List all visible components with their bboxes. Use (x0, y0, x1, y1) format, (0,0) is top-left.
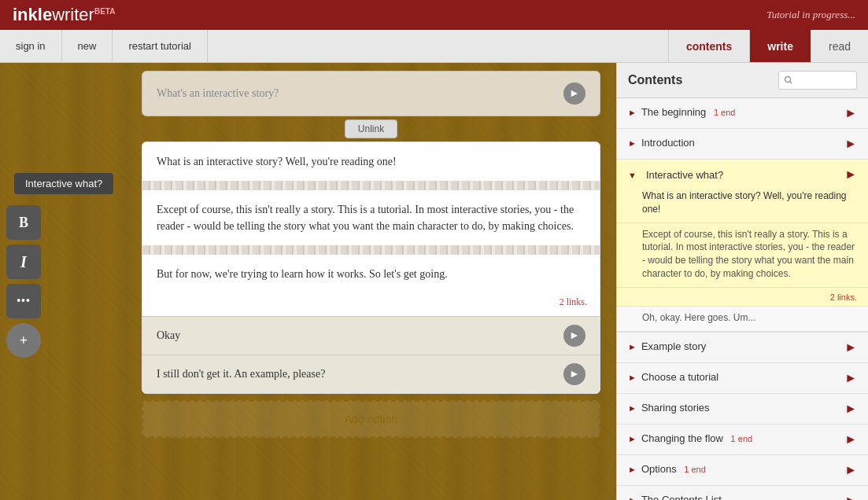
story-paragraph-1: What is an interactive story? Well, you'… (142, 142, 600, 181)
option-arrow-1[interactable]: ► (563, 325, 585, 347)
chevron-right-icon: ► (628, 108, 637, 117)
search-input[interactable] (778, 71, 857, 90)
nav-arrow-choose-tutorial: ► (844, 371, 857, 385)
write-nav-button[interactable]: write (749, 30, 811, 62)
end-badge-changing-flow: 1 end (731, 434, 753, 443)
chevron-right-icon-2: ► (628, 138, 637, 148)
sidebar-content: ► The beginning 1 end ► ► Introduction ►… (617, 98, 868, 500)
nav-arrow-introduction: ► (844, 137, 857, 151)
italic-button[interactable]: I (6, 244, 41, 279)
option-text-2: I still don't get it. An example, please… (157, 368, 325, 381)
end-badge-options: 1 end (684, 465, 706, 474)
story-divider-2 (142, 245, 600, 255)
nav-arrow-beginning: ► (844, 106, 857, 120)
more-options-button[interactable]: ••• (6, 284, 41, 318)
story-paragraph-3: But for now, we're trying to learn how i… (142, 255, 600, 293)
interactive-preview-highlighted: What is an interactive story? Well, you'… (617, 189, 868, 223)
preview-text-2: Except of course, this isn't really a st… (642, 228, 857, 281)
sidebar-item-changing-flow[interactable]: ► Changing the flow 1 end ► (617, 425, 868, 455)
nav-arrow-contents-list: ► (844, 494, 857, 500)
sidebar: Contents ► The beginning 1 end ► ► Intro… (616, 63, 868, 500)
formatting-toolbar: B I ••• + (6, 205, 41, 358)
nav-arrow-sharing: ► (844, 402, 857, 416)
navbar: sign in new restart tutorial contents wr… (0, 30, 868, 63)
read-nav-button[interactable]: read (811, 30, 868, 62)
sidebar-item-example-story[interactable]: ► Example story ► (617, 333, 868, 363)
beta-label: BETA (94, 7, 115, 16)
nav-arrow-interactive: ► (844, 167, 857, 182)
chevron-right-icon-4: ► (628, 373, 637, 382)
preview-text-1: What is an interactive story? Well, you'… (642, 189, 857, 216)
header: inklewriterBETA Tutorial in progress... (0, 0, 868, 30)
top-card-text: What's an interactive story? (157, 87, 279, 100)
sidebar-item-sharing-stories[interactable]: ► Sharing stories ► (617, 394, 868, 425)
top-story-card: What's an interactive story? ► (142, 71, 600, 116)
chevron-right-icon-3: ► (628, 342, 637, 351)
option-text-1: Okay (157, 329, 180, 342)
contents-nav-button[interactable]: contents (668, 30, 749, 62)
interactive-what-header[interactable]: ▼ Interactive what? ► (617, 160, 868, 189)
nav-arrow-changing-flow: ► (844, 432, 857, 447)
story-divider-1 (142, 181, 600, 190)
sidebar-header: Contents (617, 63, 868, 98)
unlink-area: Unlink (142, 119, 600, 138)
sidebar-item-options[interactable]: ► Options 1 end ► (617, 455, 868, 486)
item-title-sharing: Sharing stories (641, 402, 710, 414)
chevron-down-icon: ▼ (628, 171, 637, 180)
chevron-right-icon-7: ► (628, 465, 637, 474)
bold-button[interactable]: B (6, 205, 41, 240)
interactive-what-label: Interactive what? (14, 173, 113, 194)
chevron-right-icon-5: ► (628, 403, 637, 413)
nav-arrow-options: ► (844, 463, 857, 477)
editor-area: Interactive what? B I ••• + What's an in… (0, 63, 616, 500)
sidebar-title: Contents (628, 73, 682, 87)
item-title-choose-tutorial: Choose a tutorial (641, 371, 718, 383)
option-row-1[interactable]: Okay ► (142, 316, 600, 355)
sidebar-item-interactive-what[interactable]: ▼ Interactive what? ► What is an interac… (617, 160, 868, 333)
sign-in-button[interactable]: sign in (0, 30, 62, 62)
sidebar-item-contents-list[interactable]: ► The Contents List ► (617, 486, 868, 500)
restart-tutorial-button[interactable]: restart tutorial (113, 30, 207, 62)
item-title-beginning: The beginning (641, 106, 706, 118)
add-button[interactable]: + (6, 323, 41, 358)
nav-arrow-example: ► (844, 340, 857, 355)
unlink-button[interactable]: Unlink (345, 119, 397, 138)
item-title-example: Example story (641, 340, 706, 352)
two-links-badge: 2 links. (142, 293, 600, 316)
interactive-preview-3: Oh, okay. Here goes. Um... (617, 307, 868, 332)
interactive-links-badge: 2 links. (617, 288, 868, 307)
option-arrow-2[interactable]: ► (563, 363, 585, 385)
interactive-preview-normal: Except of course, this isn't really a st… (617, 223, 868, 288)
logo: inklewriterBETA (13, 5, 115, 25)
sidebar-item-the-beginning[interactable]: ► The beginning 1 end ► (617, 98, 868, 129)
sidebar-item-choose-tutorial[interactable]: ► Choose a tutorial ► (617, 363, 868, 394)
story-paragraph-2: Except of course, this isn't really a st… (142, 190, 600, 245)
story-area: What's an interactive story? ► Unlink Wh… (142, 71, 600, 492)
item-title-options: Options (641, 463, 677, 475)
add-option-button[interactable]: Add option (142, 400, 600, 438)
sidebar-item-introduction[interactable]: ► Introduction ► (617, 129, 868, 160)
main-story-card: What is an interactive story? Well, you'… (142, 142, 600, 394)
chevron-right-icon-6: ► (628, 434, 637, 443)
end-badge-beginning: 1 end (714, 108, 736, 117)
item-title-introduction: Introduction (641, 137, 695, 149)
item-title-changing-flow: Changing the flow (641, 432, 723, 444)
top-card-arrow[interactable]: ► (563, 83, 585, 105)
logo-text: inklewriterBETA (13, 5, 115, 25)
main-area: Interactive what? B I ••• + What's an in… (0, 63, 868, 500)
item-title-interactive: Interactive what? (646, 169, 723, 181)
chevron-right-icon-8: ► (628, 495, 637, 500)
tutorial-status: Tutorial in progress... (766, 9, 855, 21)
item-title-contents-list: The Contents List (641, 494, 722, 500)
new-button[interactable]: new (62, 30, 113, 62)
option-row-2[interactable]: I still don't get it. An example, please… (142, 355, 600, 393)
